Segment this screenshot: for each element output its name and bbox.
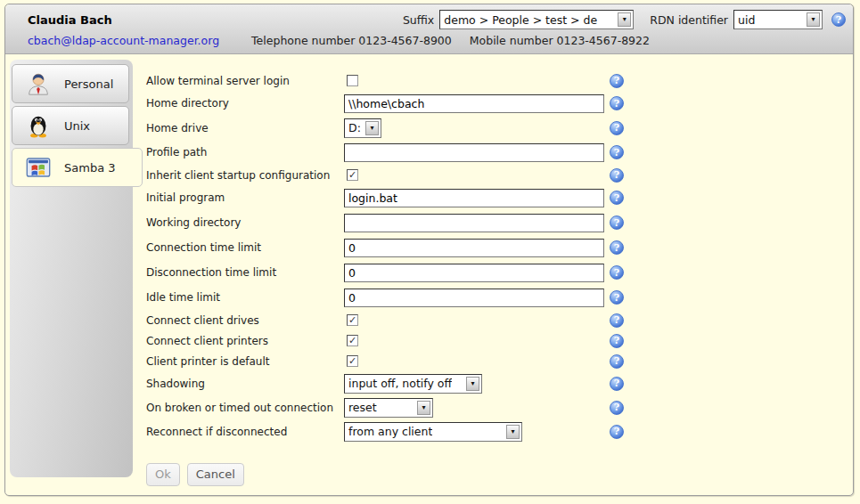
field-label: Connect client drives xyxy=(146,314,344,327)
app-window: Claudia Bach Suffix demo > People > test… xyxy=(4,4,854,496)
field-control: ✓ xyxy=(344,169,610,181)
tux-icon xyxy=(24,111,53,140)
field-label: On broken or timed out connection xyxy=(146,402,344,414)
form-row-reconnect-if-disconnected: Reconnect if disconnectedfrom any client… xyxy=(146,419,853,443)
help-icon[interactable]: ? xyxy=(610,191,624,205)
windows-icon xyxy=(24,153,53,182)
ok-button[interactable]: Ok xyxy=(146,463,180,486)
connection-time-limit-input[interactable] xyxy=(344,239,604,257)
home-directory-input[interactable] xyxy=(344,94,604,113)
button-row: Ok Cancel xyxy=(146,463,853,486)
sidebar-tab-samba-3[interactable]: Samba 3 xyxy=(12,148,143,187)
help-icon[interactable]: ? xyxy=(610,334,624,348)
help-icon[interactable]: ? xyxy=(610,121,624,135)
suffix-select[interactable]: demo > People > test > de ▾ xyxy=(439,10,634,29)
dropdown-arrow-icon: ▾ xyxy=(807,12,820,27)
field-label: Home directory xyxy=(146,97,344,110)
field-control: D:▾ xyxy=(344,118,610,138)
field-label: Working directory xyxy=(146,216,344,229)
form-row-home-directory: Home directory? xyxy=(146,91,853,116)
help-icon[interactable]: ? xyxy=(610,313,624,328)
select-value: D: xyxy=(348,121,361,134)
dropdown-arrow-icon: ▾ xyxy=(365,121,379,135)
help-icon[interactable]: ? xyxy=(831,12,846,27)
field-label: Reconnect if disconnected xyxy=(146,426,344,438)
connect-client-drives-checkbox[interactable]: ✓ xyxy=(347,314,358,326)
sidebar-tab-unix[interactable]: Unix xyxy=(12,106,129,145)
idle-time-limit-input[interactable] xyxy=(344,289,604,307)
form-row-connection-time-limit: Connection time limit? xyxy=(146,235,853,260)
form-row-working-directory: Working directory? xyxy=(146,210,853,235)
help-icon[interactable]: ? xyxy=(610,377,624,391)
field-label: Connection time limit xyxy=(146,241,344,254)
form-row-allow-terminal-server-login: Allow terminal server login? xyxy=(146,70,853,91)
field-label: Home drive xyxy=(146,122,344,134)
field-control: from any client▾ xyxy=(344,422,610,442)
inherit-client-startup-configuration-checkbox[interactable]: ✓ xyxy=(347,169,358,181)
field-control xyxy=(344,214,610,232)
help-icon[interactable]: ? xyxy=(610,96,624,110)
home-drive-select[interactable]: D:▾ xyxy=(344,118,381,138)
connect-client-printers-checkbox[interactable]: ✓ xyxy=(347,335,358,346)
field-label: Disconnection time limit xyxy=(146,266,344,279)
header: Claudia Bach Suffix demo > People > test… xyxy=(5,4,853,54)
telephone-text: Telephone number 0123-4567-8900 xyxy=(251,34,452,47)
dropdown-arrow-icon: ▾ xyxy=(417,401,430,415)
initial-program-input[interactable] xyxy=(344,189,604,207)
disconnection-time-limit-input[interactable] xyxy=(344,264,604,282)
field-label: Client printer is default xyxy=(146,355,344,368)
working-directory-input[interactable] xyxy=(344,214,604,232)
dropdown-arrow-icon: ▾ xyxy=(506,425,520,439)
field-control xyxy=(344,239,610,257)
reconnect-if-disconnected-select[interactable]: from any client▾ xyxy=(344,422,522,442)
client-printer-is-default-checkbox[interactable]: ✓ xyxy=(347,355,358,367)
field-control: ✓ xyxy=(344,335,610,346)
sidebar-tab-personal[interactable]: Personal xyxy=(12,64,129,103)
field-label: Initial program xyxy=(146,191,344,204)
form-row-connect-client-drives: Connect client drives✓? xyxy=(146,310,853,330)
help-icon[interactable]: ? xyxy=(610,425,624,439)
help-icon[interactable]: ? xyxy=(610,290,624,305)
field-control: input off, notify off▾ xyxy=(344,374,610,394)
sidebar-tab-label: Unix xyxy=(64,119,90,133)
field-label: Idle time limit xyxy=(146,291,344,304)
form-row-initial-program: Initial program? xyxy=(146,185,853,210)
allow-terminal-server-login-checkbox[interactable] xyxy=(347,75,358,86)
form-row-inherit-client-startup-configuration: Inherit client startup configuration✓? xyxy=(146,165,853,185)
field-control xyxy=(344,75,610,86)
suffix-label: Suffix xyxy=(403,13,434,27)
field-control xyxy=(344,189,610,207)
profile-path-input[interactable] xyxy=(344,143,604,162)
field-control: ✓ xyxy=(344,355,610,367)
help-icon[interactable]: ? xyxy=(610,401,624,415)
form-rows: Allow terminal server login?Home directo… xyxy=(146,70,853,443)
field-label: Inherit client startup configuration xyxy=(146,169,344,182)
select-value: input off, notify off xyxy=(348,377,452,390)
sidebar-tabs: PersonalUnixSamba 3 xyxy=(10,64,133,187)
field-control: reset▾ xyxy=(344,398,610,418)
select-value: from any client xyxy=(348,425,432,438)
mobile-text: Mobile number 0123-4567-8922 xyxy=(470,34,650,47)
select-value: reset xyxy=(348,401,377,414)
help-icon[interactable]: ? xyxy=(610,145,624,159)
on-broken-or-timed-out-connection-select[interactable]: reset▾ xyxy=(344,398,433,418)
rdn-identifier-select[interactable]: uid ▾ xyxy=(733,10,823,29)
help-icon[interactable]: ? xyxy=(610,354,624,369)
header-row-top: Claudia Bach Suffix demo > People > test… xyxy=(28,9,846,30)
form-row-connect-client-printers: Connect client printers✓? xyxy=(146,330,853,351)
sidebar-tab-label: Samba 3 xyxy=(64,161,116,175)
field-label: Allow terminal server login xyxy=(146,75,344,87)
help-icon[interactable]: ? xyxy=(610,240,624,255)
help-icon[interactable]: ? xyxy=(610,168,624,183)
help-icon[interactable]: ? xyxy=(610,74,624,88)
email-link[interactable]: cbach@ldap-account-manager.org xyxy=(28,34,219,47)
help-icon[interactable]: ? xyxy=(610,265,624,280)
dropdown-arrow-icon: ▾ xyxy=(618,12,631,27)
help-icon[interactable]: ? xyxy=(610,215,624,230)
dropdown-arrow-icon: ▾ xyxy=(466,377,479,391)
main-form: Allow terminal server login?Home directo… xyxy=(133,54,853,486)
cancel-button[interactable]: Cancel xyxy=(187,463,244,486)
sidebar: PersonalUnixSamba 3 xyxy=(10,60,133,477)
shadowing-select[interactable]: input off, notify off▾ xyxy=(344,374,482,394)
form-row-idle-time-limit: Idle time limit? xyxy=(146,285,853,310)
